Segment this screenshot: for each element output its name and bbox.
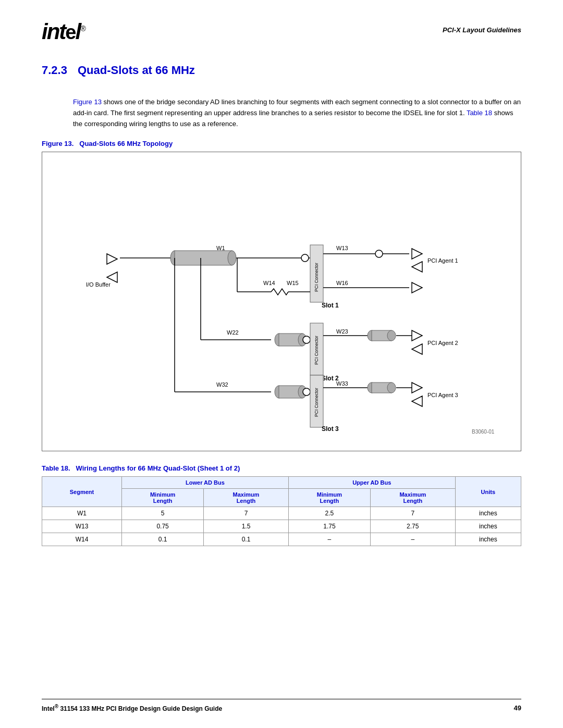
w1-label: W1	[216, 245, 225, 251]
upper-ad-header: Upper AD Bus	[288, 477, 455, 489]
lower-min-w13: 0.75	[122, 520, 204, 533]
w15-label: W15	[287, 280, 299, 286]
pci-agent1-in	[412, 262, 422, 272]
w22-circle	[303, 336, 310, 343]
body-paragraph: Figure 13 shows one of the bridge second…	[73, 97, 521, 129]
w16-label: W16	[336, 280, 348, 286]
lower-min-header: MinimumLength	[122, 489, 204, 507]
w23-cap2	[387, 330, 396, 341]
pci-connector-2-label: PCI Connector	[314, 336, 319, 365]
upper-max-w14: –	[370, 533, 455, 546]
lower-max-header: MaximumLength	[204, 489, 289, 507]
units-w1: inches	[455, 507, 521, 520]
table-row: W1 5 7 2.5 7 inches	[42, 507, 521, 520]
figure-container: I/O Buffer W1 PCI Connector	[42, 152, 521, 451]
wiring-table: Segment Lower AD Bus Upper AD Bus Units …	[42, 476, 521, 546]
intel-logo: intel®	[42, 21, 84, 43]
lower-min-w1: 5	[122, 507, 204, 520]
w1-cap2	[228, 251, 236, 265]
upper-max-w1: 7	[370, 507, 455, 520]
io-buffer-label: I/O Buffer	[86, 281, 111, 288]
lower-min-w14: 0.1	[122, 533, 204, 546]
w14-resistor	[271, 289, 288, 295]
upper-min-w14: –	[288, 533, 370, 546]
footer-text: Intel® 31154 133 MHz PCI Bridge Design G…	[42, 704, 222, 712]
slot3-label: Slot 3	[322, 425, 339, 433]
w13-label: W13	[336, 245, 348, 251]
logo-registered: ®	[80, 24, 84, 33]
w23-label: W23	[336, 328, 348, 335]
section-title: Quad-Slots at 66 MHz	[78, 64, 195, 77]
table-ref-link[interactable]: Table 18	[467, 109, 492, 117]
topology-diagram: I/O Buffer W1 PCI Connector	[53, 163, 510, 439]
slot1-label: Slot 1	[322, 302, 339, 309]
w14-label: W14	[263, 280, 275, 286]
w33-cap2	[387, 382, 396, 393]
logo-text: intel	[42, 19, 80, 44]
w32-label: W32	[216, 381, 228, 388]
pci-agent1-label: PCI Agent 1	[427, 257, 458, 264]
pci-agent2-out	[412, 330, 422, 341]
upper-max-header: MaximumLength	[370, 489, 455, 507]
pci-connector-3-label: PCI Connector	[314, 388, 319, 417]
table-row: W13 0.75 1.5 1.75 2.75 inches	[42, 520, 521, 533]
upper-min-w13: 1.75	[288, 520, 370, 533]
w33-label: W33	[336, 380, 348, 387]
pci-agent3-in	[412, 396, 422, 406]
pci-agent3-label: PCI Agent 3	[427, 392, 458, 398]
w13-circle	[375, 250, 383, 257]
watermark-label: B3060-01	[472, 429, 495, 435]
pci-agent3-out	[412, 382, 422, 393]
lower-max-w1: 7	[204, 507, 289, 520]
units-header: Units	[455, 477, 521, 507]
io-buffer-out-arrow	[107, 254, 117, 264]
segment-w14: W14	[42, 533, 122, 546]
figure-label: Figure 13.	[42, 140, 74, 147]
lower-ad-header: Lower AD Bus	[122, 477, 289, 489]
pci-connector-1-label: PCI Connector	[314, 263, 319, 292]
document-title: PCI-X Layout Guidelines	[443, 21, 521, 34]
table-caption: Table 18. Wiring Lengths for 66 MHz Quad…	[42, 464, 521, 472]
units-w13: inches	[455, 520, 521, 533]
pci-agent1-out	[412, 249, 422, 259]
page-footer: Intel® 31154 133 MHz PCI Bridge Design G…	[42, 699, 521, 712]
units-w14: inches	[455, 533, 521, 546]
upper-min-w1: 2.5	[288, 507, 370, 520]
segment-header: Segment	[42, 477, 122, 507]
lower-max-w13: 1.5	[204, 520, 289, 533]
w32-circle	[303, 388, 310, 396]
figure-caption: Figure 13. Quad-Slots 66 MHz Topology	[42, 140, 521, 147]
pci-agent2-label: PCI Agent 2	[427, 340, 458, 346]
pci-agent2-in	[412, 344, 422, 354]
io-buffer-in-arrow	[107, 272, 117, 282]
segment-w1: W1	[42, 507, 122, 520]
upper-max-w13: 2.75	[370, 520, 455, 533]
header: intel® PCI-X Layout Guidelines	[42, 21, 521, 43]
lower-max-w14: 0.1	[204, 533, 289, 546]
w1-circle	[301, 254, 309, 262]
w22-label: W22	[227, 329, 239, 336]
table-row: W14 0.1 0.1 – – inches	[42, 533, 521, 546]
w1-resistor	[175, 251, 232, 265]
page-number: 49	[514, 704, 521, 712]
page: intel® PCI-X Layout Guidelines 7.2.3 Qua…	[0, 0, 563, 728]
w16-out-arrow	[412, 282, 422, 293]
segment-w13: W13	[42, 520, 122, 533]
upper-min-header: MinimumLength	[288, 489, 370, 507]
section-number: 7.2.3	[42, 64, 67, 77]
figure-ref-link[interactable]: Figure 13	[73, 98, 102, 106]
figure-title: Quad-Slots 66 MHz Topology	[79, 140, 173, 147]
